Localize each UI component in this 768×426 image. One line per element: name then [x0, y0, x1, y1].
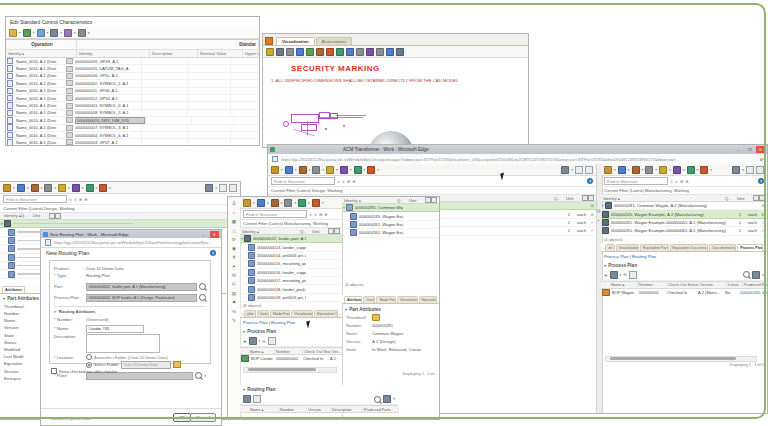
- one-third-icon[interactable]: ⅓: [232, 273, 236, 278]
- process-plan-section[interactable]: ▾ Process Plan: [240, 327, 342, 336]
- horizontal-scrollbar[interactable]: [243, 367, 337, 373]
- tag-icon[interactable]: [340, 166, 348, 174]
- tree-row[interactable]: ▾000000281, Common Wagon, A.2 (Design): [342, 204, 439, 212]
- characteristic-row[interactable]: Name_0010, A.1 (Desi0000000002, SYMBOL_2…: [6, 80, 259, 87]
- detail-button[interactable]: [66, 132, 73, 138]
- chevron-down-icon[interactable]: ▾: [364, 168, 366, 172]
- wrench-icon[interactable]: [243, 199, 251, 207]
- cancel-button[interactable]: Cancel: [190, 413, 216, 422]
- column-config-icon[interactable]: [55, 213, 61, 219]
- package-icon[interactable]: [31, 184, 39, 192]
- split-view-icon[interactable]: [575, 166, 583, 174]
- check-icon[interactable]: ✓: [759, 228, 767, 233]
- care-of-icon[interactable]: ℅: [232, 309, 236, 314]
- close-icon[interactable]: ✕: [756, 146, 765, 153]
- tree-row[interactable]: 000000261, Wagon Example-000000061, A.1 …: [342, 229, 439, 237]
- open-folder-icon[interactable]: [9, 29, 17, 37]
- copy-sheets-icon[interactable]: [37, 29, 45, 37]
- find-in-structure-input[interactable]: Find in Structure: [243, 210, 307, 218]
- expand-caret-icon[interactable]: ▾: [343, 206, 345, 210]
- layers-icon[interactable]: [346, 48, 354, 56]
- view-mode-icon[interactable]: [205, 184, 213, 192]
- detail-button[interactable]: [66, 58, 73, 64]
- insert-icon[interactable]: ⊞: [79, 197, 82, 202]
- insert-icon[interactable]: ⊞: [347, 179, 350, 184]
- unit-column-header[interactable]: Unit: [312, 229, 328, 234]
- percent-icon[interactable]: [86, 184, 94, 192]
- tab-equivalent-parts[interactable]: Equivalent Parts: [640, 244, 669, 251]
- chevron-down-icon[interactable]: ▾: [281, 201, 283, 205]
- column-header[interactable]: Version: [307, 407, 331, 412]
- chevron-down-icon[interactable]: ▾: [377, 168, 379, 172]
- chevron-down-icon[interactable]: ▾: [309, 168, 311, 172]
- expand-caret-icon[interactable]: ▾: [602, 204, 604, 208]
- tab-visualization[interactable]: Visualization: [276, 37, 315, 45]
- expand-caret-icon[interactable]: ▾: [1, 222, 3, 226]
- split-view-icon[interactable]: [746, 166, 754, 174]
- column-header[interactable]: Name ▴: [610, 282, 638, 287]
- find-in-structure-input[interactable]: Find in Structure: [271, 177, 335, 185]
- tag-icon[interactable]: [673, 166, 681, 174]
- chevron-down-icon[interactable]: ▾: [109, 186, 111, 190]
- audio-icon[interactable]: [44, 184, 52, 192]
- markup-icon[interactable]: [326, 48, 334, 56]
- help-icon[interactable]: ?: [210, 250, 216, 256]
- column-header[interactable]: Identity: [77, 50, 150, 57]
- settings-icon[interactable]: [376, 48, 384, 56]
- insert-icon[interactable]: ⊞: [680, 179, 683, 184]
- expand-caret-icon[interactable]: ▾: [241, 237, 243, 241]
- minimize-icon[interactable]: –: [734, 146, 743, 153]
- search-icon[interactable]: [199, 294, 206, 301]
- find-in-structure-input[interactable]: Find in Structure: [3, 195, 67, 203]
- star-icon[interactable]: ✦: [232, 264, 236, 269]
- grid-icon[interactable]: [243, 395, 251, 403]
- wrench-icon[interactable]: [604, 166, 612, 174]
- grid-icon[interactable]: [383, 395, 391, 403]
- column-header[interactable]: Upper Limit: [243, 50, 260, 57]
- identity-column-header[interactable]: Identity ▴: [4, 213, 21, 218]
- check-icon[interactable]: ✓: [588, 228, 596, 233]
- produced-part-link[interactable]: 000000245, Wagon: [739, 290, 767, 295]
- view-mode-icon[interactable]: [732, 166, 740, 174]
- unit-column-header[interactable]: Unit: [409, 198, 425, 203]
- help-icon[interactable]: ?: [587, 178, 593, 184]
- layers-icon[interactable]: [285, 166, 293, 174]
- layers-icon[interactable]: [17, 184, 25, 192]
- grid-icon[interactable]: ▦: [232, 219, 236, 224]
- one-quarter-icon[interactable]: ¼: [232, 282, 236, 287]
- add-status-icon[interactable]: ⊞: [759, 212, 767, 217]
- table-row[interactable]: BOP Wagon000000001Checked InA.2 (Manu...…: [601, 289, 767, 296]
- chevron-down-icon[interactable]: ▾: [669, 168, 671, 172]
- list-view-icon[interactable]: [253, 395, 261, 403]
- detail-button[interactable]: [66, 125, 73, 131]
- column-config-icon[interactable]: [759, 195, 765, 201]
- tab-scroll-left-icon[interactable]: ‹: [242, 313, 243, 317]
- chevron-down-icon[interactable]: ▾: [350, 168, 352, 172]
- collapse-all-icon[interactable]: ∨: [69, 197, 72, 202]
- tab-attributes[interactable]: Attributes: [2, 286, 25, 293]
- identity-column-header[interactable]: Identity ▴: [344, 198, 397, 203]
- column-header[interactable]: Description: [150, 50, 198, 57]
- tree-row[interactable]: ▾: [0, 220, 240, 228]
- tree-row[interactable]: 0000000018, lander_pin4.prt, A.1 (Design…: [240, 285, 342, 293]
- detail-button[interactable]: [66, 73, 73, 79]
- chevron-down-icon[interactable]: ▾: [82, 186, 84, 190]
- unit-column-header[interactable]: Unit: [566, 196, 582, 201]
- quantity-column-header[interactable]: Q...: [21, 213, 33, 218]
- column-header[interactable]: Nominal Value: [198, 50, 243, 57]
- flag-icon[interactable]: ⚑: [232, 300, 236, 305]
- read-aloud-icon[interactable]: Aᵃ: [760, 157, 764, 162]
- tree-row[interactable]: 0000000013, lander_support.prt_PRT, A.1 …: [240, 243, 342, 251]
- column-header[interactable]: Produced Parts: [743, 282, 767, 287]
- chevron-down-icon[interactable]: ▾: [393, 397, 395, 401]
- views-icon[interactable]: [316, 48, 324, 56]
- star-icon[interactable]: [58, 184, 66, 192]
- chevron-down-icon[interactable]: ▾: [54, 186, 56, 190]
- search-icon[interactable]: [743, 271, 750, 278]
- chevron-down-icon[interactable]: ▾: [204, 374, 206, 378]
- star-icon[interactable]: [659, 166, 667, 174]
- measure-icon[interactable]: [336, 48, 344, 56]
- add-icon[interactable]: ⊕: [685, 179, 688, 184]
- search-icon[interactable]: [199, 283, 206, 290]
- help-icon[interactable]: ?: [758, 178, 764, 184]
